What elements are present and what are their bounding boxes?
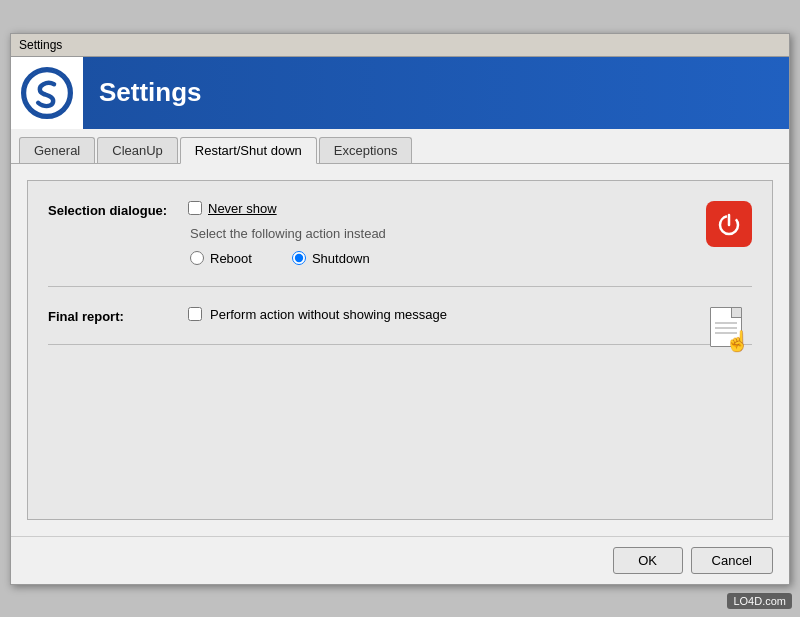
header-title: Settings: [99, 77, 202, 108]
selection-dialogue-content: Never show Select the following action i…: [188, 201, 752, 266]
reboot-label[interactable]: Reboot: [210, 251, 252, 266]
tab-exceptions[interactable]: Exceptions: [319, 137, 413, 163]
document-fold: [731, 308, 741, 318]
power-symbol: [714, 209, 744, 239]
bottom-bar: OK Cancel: [11, 536, 789, 584]
final-report-content: Perform action without showing message: [188, 307, 752, 322]
doc-cursor-icon: ☝: [710, 307, 750, 351]
tab-bar: General CleanUp Restart/Shut down Except…: [11, 129, 789, 164]
title-bar: Settings: [11, 34, 789, 57]
window-title: Settings: [19, 38, 62, 52]
tab-cleanup[interactable]: CleanUp: [97, 137, 178, 163]
never-show-row: Never show: [188, 201, 752, 216]
power-icon: [706, 201, 752, 247]
sub-text: Select the following action instead: [190, 226, 752, 241]
selection-dialogue-section: Selection dialogue: Never show Select th…: [48, 201, 752, 287]
content-area: Selection dialogue: Never show Select th…: [11, 164, 789, 536]
app-logo: [11, 57, 83, 129]
shutdown-radio[interactable]: [292, 251, 306, 265]
reboot-option: Reboot: [190, 251, 252, 266]
cursor-hand-icon: ☝: [725, 331, 750, 351]
tab-restart-shutdown[interactable]: Restart/Shut down: [180, 137, 317, 164]
reboot-radio[interactable]: [190, 251, 204, 265]
radio-row: Reboot Shutdown: [190, 251, 752, 266]
settings-window: Settings Settings General CleanUp Restar…: [10, 33, 790, 585]
report-icon: ☝: [708, 307, 752, 351]
final-report-row: Perform action without showing message: [188, 307, 752, 322]
selection-dialogue-label: Selection dialogue:: [48, 201, 188, 218]
logo-letter: [21, 67, 73, 119]
cancel-button[interactable]: Cancel: [691, 547, 773, 574]
never-show-label[interactable]: Never show: [208, 201, 277, 216]
ok-button[interactable]: OK: [613, 547, 683, 574]
final-report-section: Final report: Perform action without sho…: [48, 307, 752, 345]
tab-general[interactable]: General: [19, 137, 95, 163]
watermark: LO4D.com: [727, 593, 792, 609]
header-banner: Settings: [11, 57, 789, 129]
shutdown-option: Shutdown: [292, 251, 370, 266]
settings-panel: Selection dialogue: Never show Select th…: [27, 180, 773, 520]
never-show-checkbox[interactable]: [188, 201, 202, 215]
shutdown-label[interactable]: Shutdown: [312, 251, 370, 266]
final-report-checkbox[interactable]: [188, 307, 202, 321]
final-report-label: Final report:: [48, 307, 188, 324]
final-report-checkbox-label[interactable]: Perform action without showing message: [210, 307, 447, 322]
